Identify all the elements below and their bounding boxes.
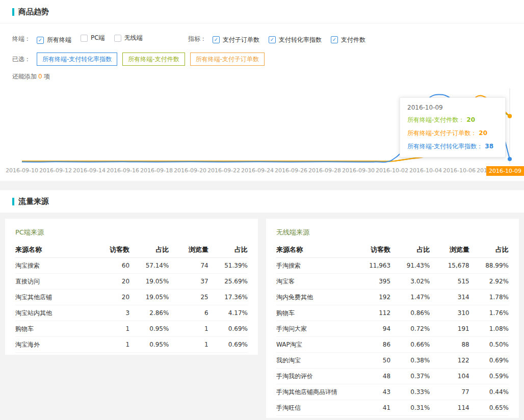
trend-chart[interactable]: 2016-09-102016-09-122016-09-142016-09-16… bbox=[0, 83, 524, 181]
tooltip-series-label: 所有终端-支付转化率指数： bbox=[407, 143, 483, 150]
remaining-prefix: 还能添加 bbox=[12, 73, 37, 80]
checkbox-label: 支付件数 bbox=[341, 36, 365, 44]
value-cell: 0.86% bbox=[390, 309, 430, 317]
metric-filter-label: 指标： bbox=[188, 35, 206, 43]
checkbox-checked-icon: ✓ bbox=[269, 36, 276, 43]
metric-filter-group: 指标： ✓支付子订单数✓支付转化率指数✓支付件数 bbox=[188, 34, 375, 44]
value-cell: 0.31% bbox=[390, 404, 430, 411]
value-cell: 0.69% bbox=[208, 325, 248, 332]
value-cell: 0.44% bbox=[469, 388, 509, 396]
tooltip-series-value: 20 bbox=[479, 129, 487, 137]
source-name: 淘宝搜索 bbox=[15, 261, 90, 270]
table-row: 直接访问2019.05%3725.69% bbox=[15, 274, 248, 290]
table-row: 淘宝搜索6057.14%7451.39% bbox=[15, 258, 248, 274]
source-name: 购物车 bbox=[15, 325, 90, 333]
value-cell: 25.69% bbox=[208, 278, 248, 285]
table-row: 购物车10.95%10.69% bbox=[15, 321, 248, 337]
value-cell: 0.95% bbox=[129, 341, 169, 348]
selected-tags: 所有终端-支付转化率指数所有终端-支付件数所有终端-支付子订单数 bbox=[37, 52, 270, 66]
value-cell: 1 bbox=[169, 325, 208, 332]
value-cell: 94 bbox=[351, 325, 390, 332]
value-cell: 0.66% bbox=[390, 341, 430, 348]
table-header-row: 来源名称访客数占比浏览量占比 bbox=[276, 242, 509, 258]
metric-checkbox[interactable]: ✓支付子订单数 bbox=[213, 36, 259, 44]
table-row: 我的淘宝500.38%1220.69% bbox=[276, 353, 509, 369]
value-cell: 191 bbox=[430, 325, 469, 332]
source-name: 手淘问大家 bbox=[276, 325, 351, 333]
value-cell: 91.43% bbox=[390, 262, 430, 269]
value-cell: 1 bbox=[90, 341, 129, 348]
value-cell: 114 bbox=[430, 404, 469, 411]
value-cell: 48 bbox=[351, 373, 390, 380]
value-cell: 77 bbox=[430, 388, 469, 396]
value-cell: 112 bbox=[351, 309, 390, 317]
value-cell: 86 bbox=[351, 341, 390, 348]
checkbox-checked-icon: ✓ bbox=[37, 37, 44, 44]
remaining-suffix: 项 bbox=[44, 73, 50, 80]
value-cell: 314 bbox=[430, 294, 469, 301]
value-cell: 74 bbox=[169, 262, 208, 269]
source-name: 购物车 bbox=[276, 309, 351, 318]
terminal-checkbox[interactable]: 无线端 bbox=[114, 34, 143, 42]
series-endpoint-dot bbox=[508, 114, 512, 118]
table-row: 淘宝客3953.02%5152.92% bbox=[276, 274, 509, 290]
product-trend-section: 商品趋势 终端： ✓所有终端PC端无线端 指标： ✓支付子订单数✓支付转化率指数… bbox=[0, 0, 524, 181]
column-header: 占比 bbox=[469, 245, 509, 254]
source-name: 淘宝客 bbox=[276, 277, 351, 286]
source-name: 手淘搜索 bbox=[276, 261, 351, 270]
value-cell: 1 bbox=[90, 325, 129, 332]
terminal-checkbox[interactable]: PC端 bbox=[81, 34, 105, 42]
value-cell: 37 bbox=[169, 278, 208, 285]
checkbox-label: 无线端 bbox=[124, 34, 143, 42]
checkbox-label: PC端 bbox=[91, 34, 105, 42]
value-cell: 50 bbox=[351, 357, 390, 364]
tooltip-rows: 所有终端-支付件数：20所有终端-支付子订单数：20所有终端-支付转化率指数：3… bbox=[407, 116, 498, 151]
column-header: 占比 bbox=[208, 245, 248, 254]
value-cell: 1.78% bbox=[469, 294, 509, 301]
tooltip-series-label: 所有终端-支付件数： bbox=[407, 116, 464, 123]
value-cell: 19.05% bbox=[129, 294, 169, 301]
traffic-section-title: 流量来源 bbox=[18, 197, 49, 206]
value-cell: 0.72% bbox=[390, 325, 430, 332]
metric-checkbox[interactable]: ✓支付转化率指数 bbox=[269, 36, 322, 44]
tooltip-series-value: 20 bbox=[466, 116, 475, 123]
value-cell: 57.14% bbox=[129, 262, 169, 269]
column-header: 来源名称 bbox=[276, 245, 351, 254]
value-cell: 192 bbox=[351, 294, 390, 301]
table-row: WAP淘宝860.66%880.50% bbox=[276, 337, 509, 353]
value-cell: 4.17% bbox=[208, 309, 248, 317]
wireless-source-card: 无线端来源 来源名称访客数占比浏览量占比手淘搜索11,96391.43%15,6… bbox=[266, 219, 519, 418]
selected-metric-tag[interactable]: 所有终端-支付件数 bbox=[122, 52, 185, 66]
table-row: 购物车1120.86%3101.76% bbox=[276, 305, 509, 321]
value-cell: 0.50% bbox=[469, 341, 509, 348]
series-endpoint-dot bbox=[508, 157, 512, 161]
selected-metric-tag[interactable]: 所有终端-支付转化率指数 bbox=[37, 52, 117, 66]
metric-checkbox[interactable]: ✓支付件数 bbox=[331, 36, 365, 44]
trend-section-header: 商品趋势 bbox=[0, 0, 524, 23]
column-header: 浏览量 bbox=[430, 245, 469, 254]
terminal-checkbox[interactable]: ✓所有终端 bbox=[37, 36, 71, 44]
pc-source-title: PC端来源 bbox=[15, 228, 248, 237]
traffic-tables: PC端来源 来源名称访客数占比浏览量占比淘宝搜索6057.14%7451.39%… bbox=[0, 213, 524, 418]
terminal-filter-label: 终端： bbox=[12, 35, 31, 43]
source-name: 直接访问 bbox=[15, 277, 90, 286]
source-name: 淘宝海外 bbox=[15, 340, 90, 349]
x-axis-highlighted-label: 2016-10-09 bbox=[486, 166, 524, 176]
terminal-filter-group: 终端： ✓所有终端PC端无线端 bbox=[12, 34, 188, 44]
checkbox-checked-icon: ✓ bbox=[213, 36, 220, 43]
selected-metric-tag[interactable]: 所有终端-支付子订单数 bbox=[190, 52, 265, 66]
checkbox-unchecked-icon bbox=[114, 35, 121, 42]
table-row: 手淘旺信410.31%1140.65% bbox=[276, 400, 509, 416]
selected-tags-row: 已选： 所有终端-支付转化率指数所有终端-支付件数所有终端-支付子订单数 bbox=[0, 44, 524, 66]
value-cell: 3.02% bbox=[390, 278, 430, 285]
wireless-source-title: 无线端来源 bbox=[276, 228, 509, 237]
checkbox-unchecked-icon bbox=[81, 35, 88, 42]
value-cell: 0.65% bbox=[469, 404, 509, 411]
tooltip-row: 所有终端-支付转化率指数：38 bbox=[407, 142, 498, 151]
value-cell: 25 bbox=[169, 294, 208, 301]
value-cell: 0.95% bbox=[129, 325, 169, 332]
value-cell: 20 bbox=[90, 278, 129, 285]
source-name: 淘宝其他店铺 bbox=[15, 293, 90, 302]
pc-source-card: PC端来源 来源名称访客数占比浏览量占比淘宝搜索6057.14%7451.39%… bbox=[5, 219, 258, 355]
page: 商品趋势 终端： ✓所有终端PC端无线端 指标： ✓支付子订单数✓支付转化率指数… bbox=[0, 0, 524, 420]
